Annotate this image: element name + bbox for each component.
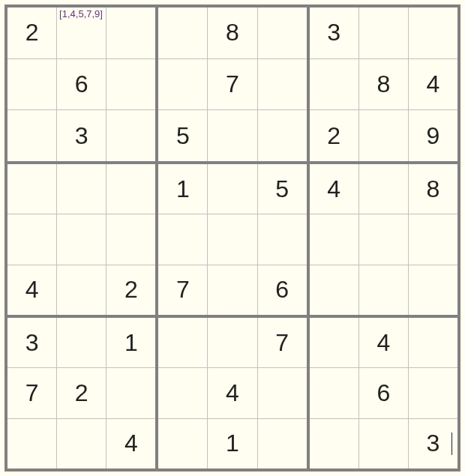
cell-7-5[interactable] xyxy=(258,368,307,418)
cell-7-6[interactable] xyxy=(310,368,358,418)
cell-0-2[interactable] xyxy=(106,7,155,58)
cell-6-7[interactable]: 4 xyxy=(359,318,408,367)
cell-8-3[interactable] xyxy=(158,419,207,469)
cell-1-3[interactable] xyxy=(158,59,207,110)
cell-8-6[interactable] xyxy=(310,419,358,469)
cell-1-1[interactable]: 6 xyxy=(57,59,106,110)
cell-4-1[interactable] xyxy=(57,214,106,264)
cell-0-0[interactable]: 2 xyxy=(8,7,56,58)
cell-1-6[interactable] xyxy=(310,59,358,110)
cell-2-2[interactable] xyxy=(106,110,155,161)
cell-4-6[interactable] xyxy=(310,214,358,264)
band-2: 3 1 7 2 4 7 4 1 4 6 xyxy=(8,318,458,469)
cell-0-3[interactable] xyxy=(158,7,207,58)
cell-6-4[interactable] xyxy=(208,318,256,367)
cell-4-3[interactable] xyxy=(158,214,207,264)
cell-6-6[interactable] xyxy=(310,318,358,367)
box-1-1: 1 5 7 6 xyxy=(158,164,306,315)
band-0: 2 [1,4,5,7,9] 6 3 8 7 5 3 8 xyxy=(8,7,458,161)
cell-5-3[interactable]: 7 xyxy=(158,265,207,315)
cell-6-0[interactable]: 3 xyxy=(8,318,56,367)
cell-8-8[interactable]: 3 xyxy=(409,419,458,469)
sudoku-grid: 2 [1,4,5,7,9] 6 3 8 7 5 3 8 xyxy=(4,4,460,472)
cell-2-4[interactable] xyxy=(208,110,256,161)
cell-8-4[interactable]: 1 xyxy=(208,419,256,469)
cell-3-2[interactable] xyxy=(106,164,155,214)
cell-1-0[interactable] xyxy=(8,59,56,110)
cell-3-8[interactable]: 8 xyxy=(409,164,458,214)
cell-7-2[interactable] xyxy=(106,368,155,418)
cell-4-4[interactable] xyxy=(208,214,256,264)
cell-1-5[interactable] xyxy=(258,59,307,110)
cell-2-8[interactable]: 9 xyxy=(409,110,458,161)
band-1: 4 2 1 5 7 6 4 8 xyxy=(8,164,458,315)
box-1-0: 4 2 xyxy=(8,164,155,315)
cell-3-4[interactable] xyxy=(208,164,256,214)
cell-8-1[interactable] xyxy=(57,419,106,469)
cell-2-5[interactable] xyxy=(258,110,307,161)
box-1-2: 4 8 xyxy=(310,164,458,315)
cell-2-1[interactable]: 3 xyxy=(57,110,106,161)
cell-5-5[interactable]: 6 xyxy=(258,265,307,315)
cell-0-8[interactable] xyxy=(409,7,458,58)
cell-4-7[interactable] xyxy=(359,214,408,264)
cell-5-6[interactable] xyxy=(310,265,358,315)
cell-1-4[interactable]: 7 xyxy=(208,59,256,110)
cell-6-2[interactable]: 1 xyxy=(106,318,155,367)
cell-5-8[interactable] xyxy=(409,265,458,315)
cell-1-8[interactable]: 4 xyxy=(409,59,458,110)
cell-5-0[interactable]: 4 xyxy=(8,265,56,315)
box-2-1: 7 4 1 xyxy=(158,318,306,469)
cell-5-1[interactable] xyxy=(57,265,106,315)
box-2-0: 3 1 7 2 4 xyxy=(8,318,155,469)
cell-7-0[interactable]: 7 xyxy=(8,368,56,418)
cell-0-1[interactable]: [1,4,5,7,9] xyxy=(57,7,106,58)
box-0-2: 3 8 4 2 9 xyxy=(310,7,458,161)
cell-3-5[interactable]: 5 xyxy=(258,164,307,214)
cell-8-2[interactable]: 4 xyxy=(106,419,155,469)
box-2-2: 4 6 3 xyxy=(310,318,458,469)
cell-8-0[interactable] xyxy=(8,419,56,469)
cell-6-3[interactable] xyxy=(158,318,207,367)
cell-7-3[interactable] xyxy=(158,368,207,418)
cell-4-2[interactable] xyxy=(106,214,155,264)
cell-2-3[interactable]: 5 xyxy=(158,110,207,161)
cell-2-7[interactable] xyxy=(359,110,408,161)
cell-3-0[interactable] xyxy=(8,164,56,214)
cell-3-6[interactable]: 4 xyxy=(310,164,358,214)
cell-6-1[interactable] xyxy=(57,318,106,367)
cell-5-4[interactable] xyxy=(208,265,256,315)
cell-0-6[interactable]: 3 xyxy=(310,7,358,58)
cell-8-5[interactable] xyxy=(258,419,307,469)
box-0-1: 8 7 5 xyxy=(158,7,306,161)
cell-3-3[interactable]: 1 xyxy=(158,164,207,214)
cell-0-4[interactable]: 8 xyxy=(208,7,256,58)
cell-2-0[interactable] xyxy=(8,110,56,161)
cell-7-4[interactable]: 4 xyxy=(208,368,256,418)
cell-4-8[interactable] xyxy=(409,214,458,264)
cell-0-5[interactable] xyxy=(258,7,307,58)
cell-5-2[interactable]: 2 xyxy=(106,265,155,315)
cell-4-5[interactable] xyxy=(258,214,307,264)
cell-1-7[interactable]: 8 xyxy=(359,59,408,110)
cell-2-6[interactable]: 2 xyxy=(310,110,358,161)
cell-7-1[interactable]: 2 xyxy=(57,368,106,418)
box-0-0: 2 [1,4,5,7,9] 6 3 xyxy=(8,7,155,161)
cell-1-2[interactable] xyxy=(106,59,155,110)
cell-3-1[interactable] xyxy=(57,164,106,214)
cell-6-5[interactable]: 7 xyxy=(258,318,307,367)
cell-0-7[interactable] xyxy=(359,7,408,58)
cell-4-0[interactable] xyxy=(8,214,56,264)
cell-3-7[interactable] xyxy=(359,164,408,214)
cell-5-7[interactable] xyxy=(359,265,408,315)
cell-8-7[interactable] xyxy=(359,419,408,469)
cell-6-8[interactable] xyxy=(409,318,458,367)
cell-7-8[interactable] xyxy=(409,368,458,418)
cell-7-7[interactable]: 6 xyxy=(359,368,408,418)
